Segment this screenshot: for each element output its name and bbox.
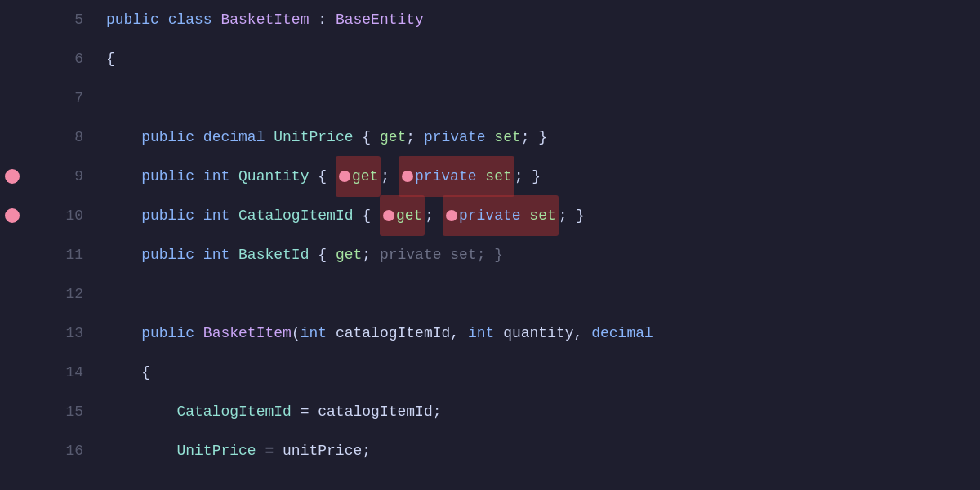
line-num-8: 8 [74,118,83,157]
token-get-8: get [380,118,406,157]
token-decimal-13: decimal [591,314,653,353]
line-num-13: 13 [65,314,83,353]
token-end-9: ; } [514,157,541,196]
token-set-8: set [494,118,520,157]
token-semi2-9: ; [381,157,399,196]
line-num-12: 12 [65,274,83,314]
token-set-9: set [485,168,511,185]
token-private-8: private [424,118,494,157]
error-span-set-9: private set [399,156,514,197]
code-line-11: public int BasketId { get; private set; … [106,235,980,274]
line-num-14: 14 [65,353,83,392]
code-line-13: public BasketItem(int catalogItemId, int… [106,314,980,353]
code-line-5: public class BasketItem : BaseEntity [106,0,980,39]
code-line-16: UnitPrice = unitPrice; [106,431,980,470]
code-line-12 [106,274,980,314]
error-span-get-9: get [336,156,381,197]
token-get-9: get [352,168,378,185]
token-sp2-9 [477,168,486,185]
token-brace-14: { [106,353,150,392]
token-public-10: public [141,196,203,235]
token-unitprice-16: UnitPrice [176,431,256,470]
token-constructor-13: BasketItem [203,314,292,353]
token-quantity-9: Quantity [238,157,309,196]
token-semi-11: ; [362,235,380,274]
error-span-get-10: get [380,195,425,236]
line-num-7: 7 [74,78,83,118]
token-classname-5: BasketItem [220,0,309,39]
token-colon-5: : [309,0,335,39]
token-end-8: ; } [521,118,547,157]
code-content: public class BasketItem : BaseEntity { p… [98,0,980,490]
token-value-16: unitPrice; [283,431,371,470]
token-unitprice-8: UnitPrice [274,118,353,157]
token-decimal-8: decimal [203,118,274,157]
token-int1-13: int [301,314,336,353]
token-private-9: private [415,168,477,185]
token-braceopen-11: { [309,235,335,274]
breakpoint-dot-10 [5,208,20,223]
token-privateset-11: private set; } [380,235,503,274]
code-line-10: public int CatalogItemId { get; private … [106,196,980,235]
token-catalogitemid-10: CatalogItemId [238,196,353,235]
token-indent-13 [106,314,141,353]
error-span-set-10: private set [443,195,559,236]
code-line-7 [106,78,980,118]
error-dot-get-9 [339,171,350,182]
token-int-11: int [203,235,238,274]
code-editor: 5 6 7 8 9 10 11 12 13 14 15 16 public cl… [0,0,980,490]
token-private-10: private [459,207,521,224]
breakpoint-dot-9 [5,169,20,184]
token-indent-11 [106,235,141,274]
token-braceopen-8: { [353,118,379,157]
token-assign-16: = [256,431,283,470]
token-space-9: { [309,157,335,196]
error-dot-get-10 [383,210,394,221]
line-num-10: 10 [65,196,83,235]
token-public-9: public [141,157,203,196]
line-num-5: 5 [74,0,83,39]
token-indent-10 [106,196,141,235]
error-dot-set-10 [446,210,457,221]
breakpoint-slot-9[interactable] [5,157,20,196]
line-num-9: 9 [74,157,83,196]
line-num-6: 6 [74,39,83,78]
code-line-9: public int Quantity { get; private set; … [106,157,980,196]
token-end-10: ; } [559,196,585,235]
token-brace-6: { [106,39,115,78]
token-semi-8: ; [406,118,424,157]
token-int-9: int [203,157,238,196]
token-public-5: public [106,0,168,39]
token-public-13: public [141,314,203,353]
token-semi2-10: ; [425,196,443,235]
breakpoint-slot-10[interactable] [5,196,20,235]
token-paren-13: ( [292,314,301,353]
token-indent-9 [106,157,141,196]
breakpoint-gutter[interactable] [0,0,24,490]
error-dot-set-9 [402,171,413,182]
token-get-11: get [336,235,362,274]
token-class-5: class [168,0,221,39]
token-catalogitemid-15: CatalogItemId [176,392,291,431]
token-assign-15: = [292,392,318,431]
token-param1-13: catalogItemId, [336,314,468,353]
token-indent-16 [106,431,176,470]
token-sp2-10 [521,207,530,224]
token-indent-8 [106,118,141,157]
token-value-15: catalogItemId; [318,392,441,431]
token-param2-13: quantity, [503,314,591,353]
token-space-10: { [354,196,380,235]
token-baseclass-5: BaseEntity [336,0,424,39]
token-public-8: public [141,118,203,157]
token-int-10: int [203,196,238,235]
line-num-11: 11 [65,235,83,274]
line-number-gutter: 5 6 7 8 9 10 11 12 13 14 15 16 [24,0,98,490]
code-line-8: public decimal UnitPrice { get; private … [106,118,980,157]
code-line-15: CatalogItemId = catalogItemId; [106,392,980,431]
token-indent-15 [106,392,176,431]
token-get-10: get [396,207,422,224]
token-basketid-11: BasketId [238,235,309,274]
line-num-16: 16 [65,431,83,470]
token-set-10: set [529,207,555,224]
code-line-14: { [106,353,980,392]
